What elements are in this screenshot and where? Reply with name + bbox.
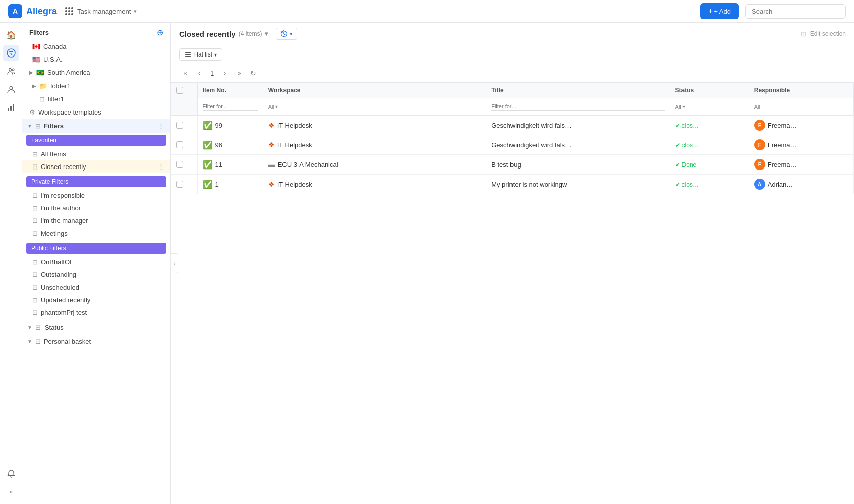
add-button[interactable]: + + Add (700, 3, 739, 19)
folder1-arrow-icon: ▶ (32, 83, 36, 89)
refresh-button[interactable]: ↻ (247, 67, 259, 79)
sidebar-collapse-button[interactable]: ‹ (171, 253, 178, 273)
flat-list-button[interactable]: Flat list ▾ (179, 48, 222, 61)
next-page-button[interactable]: › (219, 67, 231, 79)
filters-more-icon[interactable]: ⋮ (158, 122, 164, 130)
sidebar-item-meetings[interactable]: ⊡ Meetings (22, 227, 170, 240)
sidebar-add-button[interactable]: ⊕ (157, 28, 163, 37)
status-text: clos… (682, 122, 699, 129)
item-no-value: 96 (215, 141, 222, 149)
people-nav-item[interactable] (3, 63, 19, 79)
svg-rect-1 (9, 51, 13, 52)
sidebar-item-phantomprj[interactable]: ⊡ phantomPrj test (22, 306, 170, 319)
row-title-cell: Geschwindigkeit wird fals… (486, 116, 670, 135)
notification-nav-item[interactable] (3, 466, 19, 482)
sidebar-status-section[interactable]: ▼ ⊞ Status (22, 321, 170, 334)
filter-title-input[interactable] (491, 102, 664, 111)
unscheduled-icon: ⊡ (32, 284, 38, 291)
folder1-icon: 📁 (39, 82, 47, 90)
table-row: ✅ 96 ❖ IT Helpdesk Geschwindigkeit wird … (171, 135, 854, 155)
row-checkbox-0[interactable] (176, 122, 183, 129)
sidebar-filters-section[interactable]: ▼ ⊞ Filters ⋮ (22, 119, 170, 133)
filter-workspace-cell: All ▾ (263, 98, 486, 116)
filter-workspace-arrow: ▾ (275, 104, 278, 109)
sidebar-item-usa[interactable]: 🇺🇸 U.S.A. (22, 53, 170, 66)
title-value: My printer is not workingw (491, 181, 567, 188)
select-all-checkbox[interactable] (176, 87, 183, 94)
filter-status-dropdown[interactable]: All ▾ (675, 104, 744, 110)
sidebar-item-closed-recently[interactable]: ⊡ Closed recently ⋮ (22, 160, 170, 173)
filter-responsible-dropdown[interactable]: All (754, 104, 848, 110)
filter-nav-item[interactable] (3, 45, 19, 61)
svg-point-5 (12, 69, 14, 71)
expand-nav-item[interactable]: » (3, 484, 19, 500)
sidebar-item-canada[interactable]: 🇨🇦 Canada (22, 40, 170, 53)
svg-rect-9 (13, 104, 14, 111)
sidebar-item-all-items[interactable]: ⊞ All Items (22, 148, 170, 160)
folder1-label: folder1 (50, 82, 71, 90)
sidebar-item-filter1[interactable]: ⊡ filter1 (22, 93, 170, 105)
sidebar-workspace-templates[interactable]: ⚙ Workspace templates (22, 105, 170, 119)
row-workspace-cell: ▬ ECU 3-A Mechanical (263, 155, 486, 175)
view-title-text: Closed recently (179, 30, 236, 38)
history-dropdown[interactable]: ▾ (290, 31, 293, 37)
row-workspace-2: ▬ ECU 3-A Mechanical (268, 160, 338, 169)
sidebar-item-unscheduled[interactable]: ⊡ Unscheduled (22, 281, 170, 294)
sidebar-item-south-america[interactable]: ▶ 🇧🇷 South America (22, 66, 170, 79)
sidebar-item-updated-recently[interactable]: ⊡ Updated recently (22, 294, 170, 306)
view-controls: Flat list ▾ (171, 45, 854, 64)
status-section-label: Status (45, 324, 64, 331)
sidebar-personal-basket[interactable]: ▼ ⊡ Personal basket (22, 334, 170, 348)
toolbar-right: ⊡ Edit selection (801, 30, 846, 38)
module-selector[interactable]: Task management ▾ (65, 7, 137, 15)
sidebar-item-im-responsible[interactable]: ⊡ I'm responsible (22, 189, 170, 202)
row-workspace-cell: ❖ IT Helpdesk (263, 135, 486, 155)
table-header-row: Item No. Workspace Title Status Responsi (171, 83, 854, 98)
row-checkbox-1[interactable] (176, 141, 183, 148)
topbar-right: + + Add (700, 3, 846, 19)
canada-label: Canada (43, 43, 67, 50)
row-checkbox-3[interactable] (176, 181, 183, 188)
workspace-name-value: IT Helpdesk (277, 181, 312, 188)
closed-recently-more-icon[interactable]: ⋮ (158, 163, 164, 171)
row-checkbox-2[interactable] (176, 161, 183, 168)
row-workspace-1: ❖ IT Helpdesk (268, 141, 312, 149)
filter-workspace-dropdown[interactable]: All ▾ (268, 104, 481, 110)
history-button[interactable]: ▾ (276, 28, 297, 40)
workspace-name-value: IT Helpdesk (277, 141, 312, 149)
chart-nav-item[interactable] (3, 99, 19, 116)
user-nav-item[interactable] (3, 81, 19, 97)
im-author-label: I'm the author (41, 204, 81, 212)
first-page-button[interactable]: « (179, 67, 191, 79)
filter-responsible-all-label: All (754, 104, 760, 110)
th-title: Title (486, 83, 670, 98)
favoriten-group: Favoriten (26, 135, 166, 146)
filter-responsible-cell: All (749, 98, 853, 116)
svg-rect-7 (8, 108, 9, 111)
flat-list-icon (185, 51, 191, 58)
table-row: ✅ 1 ❖ IT Helpdesk My printer is not work… (171, 175, 854, 194)
row-responsible-cell: A Adrian… (749, 175, 853, 194)
status-value-3: ✔ clos… (675, 181, 699, 188)
search-input[interactable] (745, 4, 846, 19)
sidebar-item-onbehalfof[interactable]: ⊡ OnBhalfOf (22, 256, 170, 268)
filters-grid-icon: ⊞ (35, 122, 41, 130)
last-page-button[interactable]: » (233, 67, 245, 79)
private-filters-label: Private Filters (26, 176, 166, 187)
edit-selection-label[interactable]: Edit selection (810, 30, 846, 37)
item-no-value: 1 (215, 181, 219, 188)
home-nav-item[interactable]: 🏠 (3, 27, 19, 43)
filter-item-no-cell (197, 98, 263, 116)
sidebar-item-im-manager[interactable]: ⊡ I'm the manager (22, 214, 170, 227)
item-no-value: 99 (215, 122, 222, 129)
row-workspace-cell: ❖ IT Helpdesk (263, 116, 486, 135)
add-label: + Add (714, 8, 731, 15)
sidebar-item-outstanding[interactable]: ⊡ Outstanding (22, 268, 170, 281)
main-toolbar: Closed recently (4 items) ▾ ▾ ⊡ Edit sel… (171, 23, 854, 45)
sidebar-item-im-author[interactable]: ⊡ I'm the author (22, 202, 170, 214)
sidebar-item-folder1[interactable]: ▶ 📁 folder1 (22, 79, 170, 93)
prev-page-button[interactable]: ‹ (193, 67, 205, 79)
title-value: B test bug (491, 161, 521, 169)
filter-item-no-input[interactable] (203, 102, 258, 111)
view-title-arrow[interactable]: ▾ (265, 30, 268, 37)
